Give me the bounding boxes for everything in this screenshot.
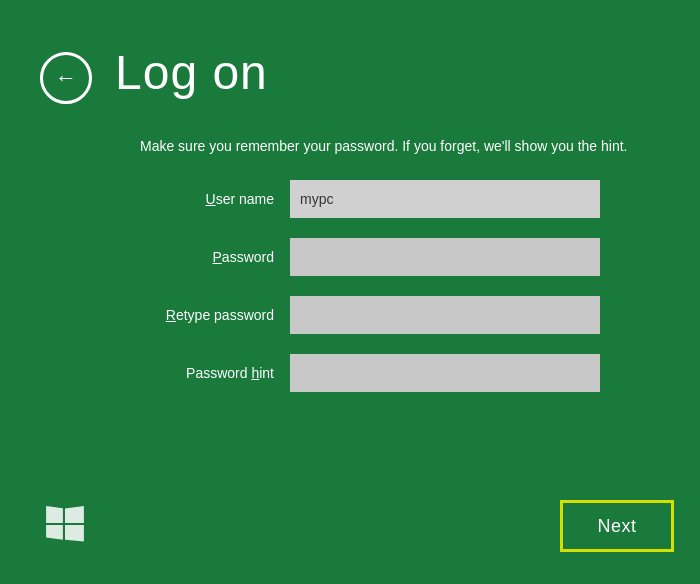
windows-logo: [44, 504, 86, 546]
username-label: User name: [140, 191, 290, 207]
retype-password-input[interactable]: [290, 296, 600, 334]
password-label: Password: [140, 249, 290, 265]
retype-label-char: R: [166, 307, 176, 323]
password-input[interactable]: [290, 238, 600, 276]
password-label-char: P: [213, 249, 222, 265]
password-hint-label: Password hint: [140, 365, 290, 381]
retype-password-row: Retype password: [140, 291, 600, 339]
next-button[interactable]: Next: [560, 500, 674, 552]
retype-password-label: Retype password: [140, 307, 290, 323]
password-hint-input[interactable]: [290, 354, 600, 392]
login-form: User name Password Retype password Passw…: [140, 175, 600, 407]
password-row: Password: [140, 233, 600, 281]
hint-label-char: h: [251, 365, 259, 381]
username-row: User name: [140, 175, 600, 223]
page-title: Log on: [115, 45, 268, 100]
page-subtitle: Make sure you remember your password. If…: [140, 138, 627, 154]
back-button[interactable]: ←: [40, 52, 92, 104]
username-label-char: U: [206, 191, 216, 207]
username-input[interactable]: [290, 180, 600, 218]
password-hint-row: Password hint: [140, 349, 600, 397]
